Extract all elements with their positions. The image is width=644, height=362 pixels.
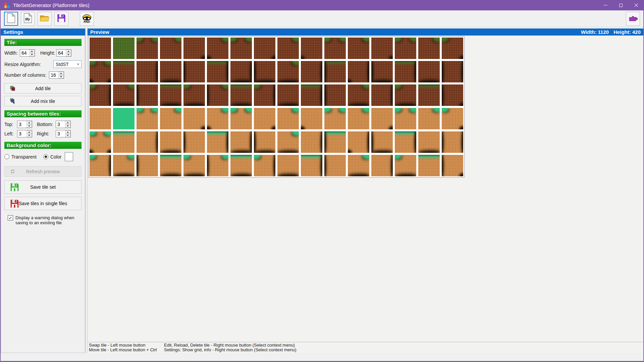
tile-r2-c4[interactable] bbox=[160, 61, 181, 82]
tile-r3-c8[interactable] bbox=[254, 84, 275, 106]
tile-r1-c1[interactable] bbox=[90, 38, 111, 59]
tile-r3-c9[interactable] bbox=[277, 84, 299, 106]
spacing-top-spin-buttons[interactable] bbox=[26, 121, 32, 128]
spacing-bottom-input[interactable] bbox=[56, 121, 65, 128]
tile-r4-c1[interactable] bbox=[90, 108, 111, 129]
tile-r3-c13[interactable] bbox=[371, 84, 393, 106]
tile-r5-c4[interactable] bbox=[160, 131, 181, 153]
tile-r6-c2[interactable] bbox=[113, 155, 135, 176]
about-button[interactable] bbox=[626, 12, 640, 26]
tile-r2-c5[interactable] bbox=[183, 61, 205, 82]
open-tileset-button[interactable] bbox=[38, 12, 52, 26]
transparent-radio[interactable] bbox=[4, 154, 9, 159]
tile-r4-c14[interactable] bbox=[395, 108, 416, 129]
tile-r4-c12[interactable] bbox=[348, 108, 369, 129]
tile-r1-c14[interactable] bbox=[395, 38, 416, 59]
background-color-swatch[interactable] bbox=[65, 152, 73, 161]
tile-r1-c8[interactable] bbox=[254, 38, 275, 59]
tile-r5-c1[interactable] bbox=[90, 131, 111, 153]
tile-r1-c9[interactable] bbox=[277, 38, 299, 59]
tile-r3-c10[interactable] bbox=[301, 84, 322, 106]
refresh-preview-button[interactable]: Refresh preview bbox=[4, 166, 82, 177]
tile-r2-c11[interactable] bbox=[324, 61, 346, 82]
tile-r2-c10[interactable] bbox=[301, 61, 322, 82]
tile-r2-c8[interactable] bbox=[254, 61, 275, 82]
spacing-left-spin-buttons[interactable] bbox=[26, 130, 32, 137]
tile-r6-c16[interactable] bbox=[442, 155, 463, 176]
tile-r2-c3[interactable] bbox=[137, 61, 158, 82]
tile-r2-c13[interactable] bbox=[371, 61, 393, 82]
tile-r3-c15[interactable] bbox=[418, 84, 440, 106]
tile-r1-c3[interactable] bbox=[137, 38, 158, 59]
add-tile-button[interactable]: Add tile bbox=[4, 83, 82, 94]
new-tileset-button[interactable] bbox=[4, 12, 18, 26]
tile-r6-c15[interactable] bbox=[418, 155, 440, 176]
tile-r2-c15[interactable] bbox=[418, 61, 440, 82]
tile-r5-c5[interactable] bbox=[183, 131, 205, 153]
tile-r6-c11[interactable] bbox=[324, 155, 346, 176]
tile-r2-c16[interactable] bbox=[442, 61, 463, 82]
tile-r6-c12[interactable] bbox=[348, 155, 369, 176]
tile-r6-c1[interactable] bbox=[90, 155, 111, 176]
color-radio[interactable] bbox=[43, 154, 48, 159]
tile-r4-c8[interactable] bbox=[254, 108, 275, 129]
tile-r4-c5[interactable] bbox=[183, 108, 205, 129]
tile-r6-c7[interactable] bbox=[230, 155, 252, 176]
tile-r6-c3[interactable] bbox=[137, 155, 158, 176]
tile-r3-c5[interactable] bbox=[183, 84, 205, 106]
warning-dialog-checkbox[interactable]: ✓ bbox=[8, 215, 13, 221]
tile-r2-c9[interactable] bbox=[277, 61, 299, 82]
spacing-bottom-stepper[interactable] bbox=[56, 121, 71, 128]
minimize-button[interactable] bbox=[598, 0, 613, 10]
tile-r4-c2[interactable] bbox=[113, 108, 135, 129]
tile-r3-c2[interactable] bbox=[113, 84, 135, 106]
add-mix-tile-button[interactable]: Add mix tile bbox=[4, 96, 82, 106]
tile-r2-c12[interactable] bbox=[348, 61, 369, 82]
maximize-button[interactable] bbox=[613, 0, 629, 10]
tile-r5-c3[interactable] bbox=[137, 131, 158, 153]
tile-r3-c16[interactable] bbox=[442, 84, 463, 106]
new-from-template-button[interactable]: My bbox=[21, 12, 35, 26]
tile-r5-c12[interactable] bbox=[348, 131, 369, 153]
tile-r3-c14[interactable] bbox=[395, 84, 416, 106]
columns-input[interactable] bbox=[49, 72, 58, 78]
tile-r1-c10[interactable] bbox=[301, 38, 322, 59]
tile-r5-c15[interactable] bbox=[418, 131, 440, 153]
tile-r4-c16[interactable] bbox=[442, 108, 463, 129]
tile-r4-c6[interactable] bbox=[207, 108, 228, 129]
tile-r5-c10[interactable] bbox=[301, 131, 322, 153]
tile-r2-c1[interactable] bbox=[90, 61, 111, 82]
tile-r6-c10[interactable] bbox=[301, 155, 322, 176]
tile-r1-c7[interactable] bbox=[230, 38, 252, 59]
tile-r5-c8[interactable] bbox=[254, 131, 275, 153]
tile-r4-c10[interactable] bbox=[301, 108, 322, 129]
tile-r4-c4[interactable] bbox=[160, 108, 181, 129]
tileset-image[interactable] bbox=[88, 36, 465, 178]
spacing-right-stepper[interactable] bbox=[56, 130, 71, 137]
columns-spin-buttons[interactable] bbox=[58, 72, 64, 78]
tile-r6-c9[interactable] bbox=[277, 155, 299, 176]
width-stepper[interactable] bbox=[20, 49, 35, 57]
height-input[interactable] bbox=[57, 50, 66, 56]
close-button[interactable] bbox=[629, 0, 644, 10]
tile-r4-c15[interactable] bbox=[418, 108, 440, 129]
tile-r1-c11[interactable] bbox=[324, 38, 346, 59]
resize-algorithm-select[interactable]: StdST bbox=[53, 60, 82, 68]
tile-r1-c13[interactable] bbox=[371, 38, 393, 59]
spacing-right-spin-buttons[interactable] bbox=[65, 130, 70, 137]
tile-r5-c14[interactable] bbox=[395, 131, 416, 153]
tile-r6-c6[interactable] bbox=[207, 155, 228, 176]
spacing-right-input[interactable] bbox=[56, 130, 65, 137]
tile-r4-c9[interactable] bbox=[277, 108, 299, 129]
width-input[interactable] bbox=[20, 50, 29, 56]
tile-r1-c5[interactable] bbox=[183, 38, 205, 59]
tile-r2-c14[interactable] bbox=[395, 61, 416, 82]
save-single-files-button[interactable]: Save tiles in single files bbox=[4, 197, 82, 210]
tile-r1-c4[interactable] bbox=[160, 38, 181, 59]
tile-r5-c7[interactable] bbox=[230, 131, 252, 153]
spacing-left-input[interactable] bbox=[17, 130, 26, 137]
tile-r4-c7[interactable] bbox=[230, 108, 252, 129]
tile-r1-c2[interactable] bbox=[113, 38, 135, 59]
tile-r3-c11[interactable] bbox=[324, 84, 346, 106]
tile-r2-c6[interactable] bbox=[207, 61, 228, 82]
